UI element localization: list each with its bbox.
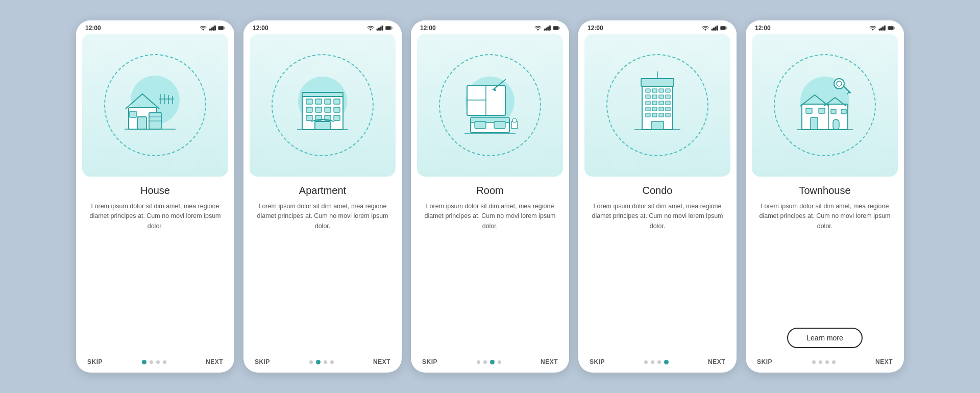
time-condo: 12:00 [587,24,603,32]
townhouse-next[interactable]: NEXT [875,358,893,365]
svg-rect-47 [548,27,549,31]
condo-title: Condo [590,185,725,196]
battery-icon-2 [385,26,393,31]
svg-point-104 [834,79,844,89]
dot-4 [498,360,501,364]
house-content: House Lorem ipsum dolor sit dim amet, me… [76,177,234,354]
apartment-nav: SKIP NEXT [243,354,402,373]
dot-4 [163,360,166,364]
status-bar-townhouse: 12:00 [746,20,904,34]
svg-rect-100 [884,26,885,30]
wifi-icon [200,26,207,31]
svg-rect-1 [209,29,210,31]
screen-townhouse: 12:00 [746,20,904,373]
dashed-circle-townhouse [774,54,876,156]
svg-rect-93 [666,113,670,117]
status-icons-room [534,26,560,31]
svg-rect-77 [666,89,670,92]
svg-rect-91 [652,113,657,117]
svg-rect-81 [666,95,670,99]
svg-rect-2 [211,28,212,31]
room-icon [449,64,531,146]
townhouse-dots [812,360,836,364]
wifi-icon-4 [702,26,709,31]
dot-1 [142,360,146,364]
house-skip[interactable]: SKIP [87,358,103,365]
dot-2 [651,360,654,364]
svg-rect-94 [651,121,664,130]
signal-icon-5 [878,26,886,31]
status-icons-townhouse [869,26,895,31]
svg-point-96 [872,29,873,30]
svg-rect-102 [888,27,893,29]
svg-rect-24 [382,26,383,30]
svg-rect-50 [553,27,558,29]
svg-rect-78 [646,95,650,99]
svg-rect-6 [218,27,223,29]
battery-icon [218,26,225,31]
house-nav: SKIP NEXT [76,354,234,373]
apartment-skip[interactable]: SKIP [255,358,270,365]
dot-3 [825,360,829,364]
signal-icon-4 [711,26,718,31]
condo-next[interactable]: NEXT [708,358,725,365]
svg-rect-21 [377,29,378,31]
apartment-title: Apartment [255,185,390,196]
house-dots [142,360,166,364]
townhouse-illustration [752,34,898,177]
dot-1 [309,360,313,364]
svg-rect-46 [546,28,547,31]
svg-rect-84 [659,101,664,105]
dashed-circle-condo [606,54,708,156]
svg-rect-112 [833,119,839,130]
svg-rect-4 [214,26,215,30]
svg-rect-48 [549,26,550,30]
screens-container: 12:00 [56,5,924,388]
svg-rect-90 [646,113,650,117]
svg-rect-88 [659,107,664,111]
townhouse-title: Townhouse [757,185,893,196]
battery-icon-5 [888,26,895,31]
dot-3 [156,360,160,364]
svg-rect-59 [475,121,486,129]
room-nav: SKIP NEXT [411,354,569,373]
condo-content: Condo Lorem ipsum dolor sit dim amet, me… [578,177,737,354]
apartment-icon [282,64,363,146]
apartment-description: Lorem ipsum dolor sit dim amet, mea regi… [255,202,390,350]
svg-rect-116 [841,109,846,114]
townhouse-description: Lorem ipsum dolor sit dim amet, mea regi… [757,202,893,323]
svg-rect-23 [380,27,381,31]
svg-rect-83 [652,101,657,105]
learn-more-button[interactable]: Learn more [787,328,863,348]
screen-condo: 12:00 [578,20,737,373]
svg-rect-30 [306,99,312,104]
room-skip[interactable]: SKIP [422,358,437,365]
room-content: Room Lorem ipsum dolor sit dim amet, mea… [411,177,569,354]
svg-rect-22 [379,28,380,31]
svg-rect-38 [306,115,312,120]
house-next[interactable]: NEXT [206,358,223,365]
time-room: 12:00 [420,24,436,32]
svg-rect-3 [213,27,214,31]
room-next[interactable]: NEXT [541,358,558,365]
townhouse-skip[interactable]: SKIP [757,358,772,365]
dashed-circle-room [439,54,541,156]
svg-rect-34 [306,107,312,112]
condo-icon [617,64,698,146]
condo-skip[interactable]: SKIP [590,358,605,365]
screen-house: 12:00 [76,20,234,373]
svg-rect-60 [494,121,505,129]
svg-rect-114 [819,108,825,113]
svg-rect-36 [325,107,331,112]
condo-description: Lorem ipsum dolor sit dim amet, mea regi… [590,202,725,350]
apartment-next[interactable]: NEXT [373,358,390,365]
time-townhouse: 12:00 [755,24,771,32]
svg-rect-86 [646,107,650,111]
dot-2 [483,360,487,364]
svg-rect-42 [315,121,330,130]
svg-rect-113 [806,108,812,113]
svg-rect-87 [652,107,657,111]
status-icons-apartment [367,26,393,31]
svg-rect-67 [715,27,716,31]
svg-point-44 [537,29,538,30]
